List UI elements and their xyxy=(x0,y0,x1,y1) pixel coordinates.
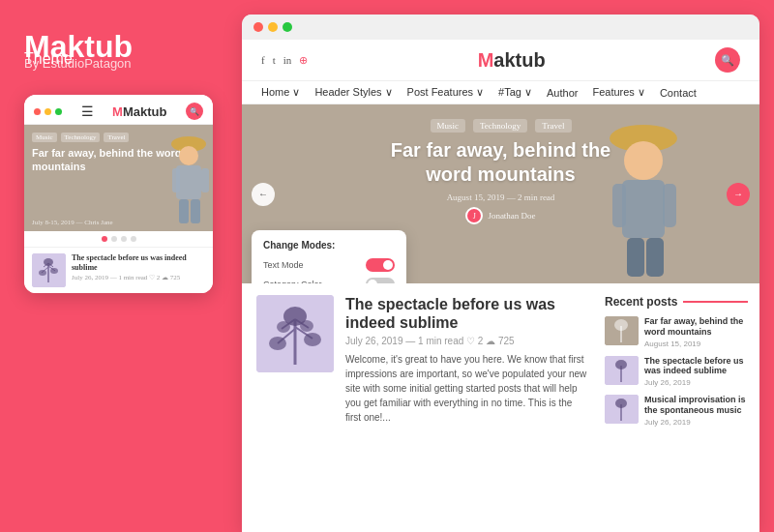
mobile-hero-tag-tech[interactable]: Technology xyxy=(61,133,101,142)
svg-point-30 xyxy=(269,337,286,350)
nav-home[interactable]: Home ∨ xyxy=(261,86,300,99)
svg-point-15 xyxy=(50,268,58,274)
mobile-nav-dot-4[interactable] xyxy=(131,236,136,242)
post-title: The spectacle before us was indeed subli… xyxy=(345,295,590,332)
toggle-knob xyxy=(383,260,393,270)
hero-author-name: Jonathan Doe xyxy=(488,211,535,221)
hero-tag-travel[interactable]: Travel xyxy=(535,119,571,133)
mobile-hero-tag-travel[interactable]: Travel xyxy=(104,133,129,142)
mobile-window-dots xyxy=(34,108,62,115)
recent-post-1-info: Far far away, behind the word mountains … xyxy=(644,316,748,348)
mobile-hero-figure xyxy=(135,125,213,231)
nav-features[interactable]: Features ∨ xyxy=(592,86,644,99)
recent-post-2-info: The spectacle before us was indeed subli… xyxy=(644,356,748,388)
recent-post-2-thumb xyxy=(605,356,639,385)
text-mode-toggle[interactable] xyxy=(366,258,395,272)
svg-point-36 xyxy=(614,319,628,331)
mobile-hero: Music Technology Travel Far far away, be… xyxy=(24,125,213,231)
hero-next-button[interactable]: → xyxy=(727,183,750,206)
svg-point-32 xyxy=(277,321,290,333)
recent-post-3-thumb xyxy=(605,395,639,424)
nav-post-features[interactable]: Post Features ∨ xyxy=(407,86,485,99)
recent-post-3: Musical improvisation is the spontaneous… xyxy=(605,395,748,427)
hero-content: Far far away, behind the word mountains … xyxy=(366,138,637,224)
recent-post-1: Far far away, behind the word mountains … xyxy=(605,316,748,348)
mobile-hero-tag-music[interactable]: Music xyxy=(32,133,57,142)
header-search-button[interactable]: 🔍 xyxy=(715,47,740,73)
mobile-top-bar: ☰ MMaktub 🔍 xyxy=(24,95,213,125)
svg-point-42 xyxy=(615,399,627,408)
svg-point-31 xyxy=(304,333,321,346)
hero-avatar: J xyxy=(465,207,483,224)
post-thumbnail xyxy=(256,295,334,372)
hero-author: J Jonathan Doe xyxy=(366,207,637,224)
browser-window-dots xyxy=(253,22,292,32)
mobile-search-button[interactable]: 🔍 xyxy=(186,103,203,120)
svg-point-13 xyxy=(44,258,53,266)
nav-author[interactable]: Author xyxy=(547,87,578,99)
rss-icon[interactable]: ⊕ xyxy=(299,54,308,67)
svg-point-14 xyxy=(39,270,46,276)
category-color-row: Category Color xyxy=(263,278,395,283)
mobile-dot-yellow xyxy=(45,108,51,115)
browser-bar xyxy=(242,15,759,40)
hero-tags: Music Technology Travel xyxy=(430,119,571,133)
svg-point-39 xyxy=(615,360,627,369)
category-color-toggle[interactable] xyxy=(366,278,395,283)
post-excerpt: Welcome, it's great to have you here. We… xyxy=(345,352,590,425)
modes-popup-title: Change Modes: xyxy=(263,240,395,251)
recent-post-1-thumb xyxy=(605,316,639,345)
mobile-mockup: ☰ MMaktub 🔍 Music Technology Travel Far … xyxy=(24,95,213,293)
svg-rect-5 xyxy=(179,199,189,223)
instagram-icon[interactable]: in xyxy=(283,54,292,67)
browser-dot-yellow xyxy=(268,22,278,32)
recent-post-1-title: Far far away, behind the word mountains xyxy=(644,316,748,338)
mobile-post-info: The spectacle before us was indeed subli… xyxy=(72,253,205,281)
mobile-nav-dot-1[interactable] xyxy=(102,236,107,242)
mobile-nav-dot-2[interactable] xyxy=(111,236,117,242)
category-color-label: Category Color xyxy=(263,280,322,283)
post-info: The spectacle before us was indeed subli… xyxy=(345,295,590,425)
svg-point-33 xyxy=(300,320,313,332)
nav-contact[interactable]: Contact xyxy=(660,87,697,99)
svg-point-1 xyxy=(179,146,198,165)
nav-tag[interactable]: #Tag ∨ xyxy=(498,86,532,99)
hero-title: Far far away, behind the word mountains xyxy=(366,138,637,187)
recent-post-2-title: The spectacle before us was indeed subli… xyxy=(644,356,748,377)
svg-rect-21 xyxy=(627,238,644,277)
mobile-dot-green xyxy=(55,108,62,115)
text-mode-row: Text Mode xyxy=(263,258,395,272)
recent-post-1-date: August 15, 2019 xyxy=(644,340,748,348)
featured-post-card: The spectacle before us was indeed subli… xyxy=(256,295,590,425)
hero-tag-music[interactable]: Music xyxy=(430,119,465,133)
recent-post-3-date: July 26, 2019 xyxy=(644,418,748,427)
recent-post-2: The spectacle before us was indeed subli… xyxy=(605,356,748,388)
main-content: The spectacle before us was indeed subli… xyxy=(242,283,605,532)
mobile-post-card: The spectacle before us was indeed subli… xyxy=(24,247,213,293)
main-area: The spectacle before us was indeed subli… xyxy=(242,283,759,532)
svg-rect-4 xyxy=(201,168,209,192)
site-nav: Home ∨ Header Styles ∨ Post Features ∨ #… xyxy=(242,81,759,104)
browser-dot-green xyxy=(283,22,292,32)
nav-header-styles[interactable]: Header Styles ∨ xyxy=(314,86,392,99)
toggle-knob-2 xyxy=(368,280,377,283)
svg-rect-3 xyxy=(172,168,180,192)
hero-prev-button[interactable]: ← xyxy=(252,183,275,206)
hero-tag-tech[interactable]: Technology xyxy=(473,119,527,133)
recent-post-2-date: July 26, 2019 xyxy=(644,378,748,387)
mobile-post-meta: July 26, 2019 — 1 min read ♡ 2 ☁ 725 xyxy=(72,274,205,281)
header-social: f t in ⊕ xyxy=(261,54,308,67)
twitter-icon[interactable]: t xyxy=(273,54,276,67)
browser-content: f t in ⊕ Maktub 🔍 Home ∨ Header Styles ∨… xyxy=(242,40,759,532)
svg-rect-6 xyxy=(191,199,200,223)
sidebar: Recent posts Far far away, behind the wo… xyxy=(605,283,759,532)
mobile-dot-red xyxy=(34,108,41,115)
mobile-hamburger-icon[interactable]: ☰ xyxy=(81,103,94,120)
mobile-nav-dot-3[interactable] xyxy=(121,236,127,242)
mobile-post-title: The spectacle before us was indeed subli… xyxy=(72,253,205,272)
mobile-logo: MMaktub xyxy=(112,104,166,119)
facebook-icon[interactable]: f xyxy=(261,54,265,67)
recent-post-3-info: Musical improvisation is the spontaneous… xyxy=(644,395,748,427)
mobile-post-thumbnail xyxy=(32,253,66,287)
svg-rect-22 xyxy=(646,238,664,277)
